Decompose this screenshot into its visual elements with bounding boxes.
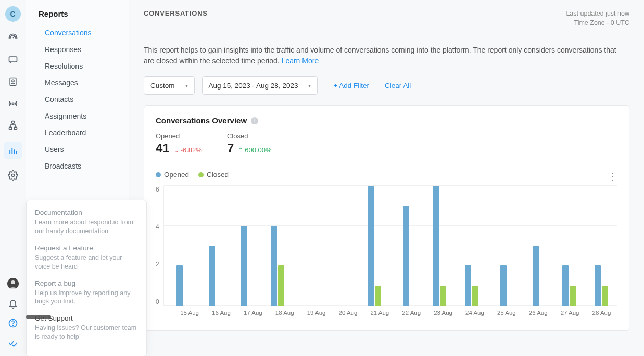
broadcast-icon[interactable]	[7, 98, 19, 109]
bar-opened	[176, 265, 183, 306]
bar-closed	[472, 286, 478, 306]
sidebar-item-responses[interactable]: Responses	[26, 41, 129, 58]
help-icon[interactable]	[7, 317, 19, 329]
help-item-request-a-feature[interactable]: Request a FeatureSuggest a feature and l…	[35, 244, 138, 271]
svg-rect-7	[14, 127, 17, 129]
conversations-chart: 6420 15 Aug16 Aug17 Aug18 Aug19 Aug20 Au…	[156, 186, 617, 321]
workspace-avatar[interactable]: C	[5, 6, 21, 22]
x-tick: 17 Aug	[237, 306, 269, 316]
help-item-desc: Having issues? Our customer team is read…	[35, 324, 138, 341]
svg-rect-1	[9, 57, 17, 62]
y-tick: 4	[156, 223, 159, 231]
bar-closed	[375, 286, 381, 306]
sidebar-item-messages[interactable]: Messages	[26, 74, 129, 91]
svg-point-4	[12, 103, 14, 104]
clear-all-button[interactable]: Clear All	[385, 82, 411, 90]
svg-line-0	[13, 36, 15, 38]
sidebar-title: Reports	[26, 9, 129, 24]
x-tick: 18 Aug	[269, 306, 300, 316]
bar-group[interactable]	[488, 186, 520, 306]
x-axis: 15 Aug16 Aug17 Aug18 Aug19 Aug20 Aug21 A…	[174, 306, 617, 316]
settings-icon[interactable]	[7, 170, 19, 181]
bar-group[interactable]	[423, 186, 456, 306]
metric-closed-value: 7	[227, 141, 234, 156]
bar-opened	[533, 246, 539, 306]
help-popup: DocumentationLearn more about respond.io…	[26, 200, 147, 356]
bar-opened	[595, 265, 601, 306]
bar-opened	[241, 226, 247, 306]
y-tick: 0	[156, 298, 159, 306]
x-tick: 28 Aug	[586, 306, 617, 316]
svg-point-14	[12, 325, 13, 326]
legend-closed[interactable]: Closed	[198, 171, 229, 179]
bar-group[interactable]	[261, 186, 293, 306]
last-updated: Last updated just now	[566, 9, 629, 19]
sidebar-item-assignments[interactable]: Assignments	[26, 108, 129, 124]
bar-group[interactable]	[196, 186, 229, 306]
help-item-get-support[interactable]: Get SupportHaving issues? Our customer t…	[35, 314, 138, 341]
bar-group[interactable]	[553, 186, 585, 306]
svg-point-3	[11, 80, 14, 82]
learn-more-link[interactable]: Learn More	[282, 57, 319, 65]
x-tick: 27 Aug	[554, 306, 586, 316]
date-range-select[interactable]: Aug 15, 2023 - Aug 28, 2023▾	[202, 76, 318, 95]
main-header: CONVERSATIONS Last updated just now Time…	[129, 0, 644, 35]
help-item-desc: Help us improve by reporting any bugs yo…	[35, 289, 138, 307]
legend-opened[interactable]: Opened	[156, 171, 189, 179]
sidebar-item-contacts[interactable]: Contacts	[26, 91, 129, 108]
date-preset-select[interactable]: Custom▾	[144, 76, 195, 95]
help-item-title: Report a bug	[35, 279, 138, 287]
nav-rail: C	[0, 0, 26, 356]
contacts-icon[interactable]	[7, 76, 19, 87]
reports-icon[interactable]	[4, 142, 22, 159]
bar-closed	[440, 286, 446, 306]
card-title: Conversations Overview	[156, 116, 247, 125]
messages-icon[interactable]	[7, 54, 19, 66]
y-tick: 6	[156, 186, 159, 193]
x-tick: 24 Aug	[459, 306, 491, 316]
page-title: CONVERSATIONS	[144, 9, 208, 17]
chart-menu-icon[interactable]: ⋮	[608, 171, 617, 182]
sidebar-item-users[interactable]: Users	[26, 141, 129, 158]
bar-group[interactable]	[164, 186, 196, 306]
bar-opened	[433, 186, 439, 306]
sidebar-item-broadcasts[interactable]: Broadcasts	[26, 158, 129, 174]
help-item-title: Request a Feature	[35, 244, 138, 252]
metric-closed: Closed 7 ⌃600.00%	[227, 132, 272, 156]
bar-group[interactable]	[585, 186, 617, 306]
x-tick: 15 Aug	[174, 306, 206, 316]
double-check-icon[interactable]	[7, 337, 19, 349]
sidebar-item-resolutions[interactable]: Resolutions	[26, 58, 129, 74]
bar-group[interactable]	[229, 186, 261, 306]
bar-closed	[278, 265, 284, 306]
bar-group[interactable]	[520, 186, 552, 306]
dashboard-icon[interactable]	[7, 32, 19, 44]
bar-group[interactable]	[294, 186, 326, 306]
help-item-title: Documentation	[35, 209, 138, 217]
notifications-icon[interactable]	[7, 298, 19, 309]
report-description: This report helps to gain insights into …	[144, 45, 623, 67]
bar-group[interactable]	[390, 186, 423, 306]
metric-opened-label: Opened	[156, 132, 202, 140]
bar-opened	[562, 265, 569, 306]
bar-group[interactable]	[326, 186, 358, 306]
reports-sidebar: Reports ConversationsResponsesResolution…	[26, 0, 129, 356]
x-tick: 20 Aug	[332, 306, 364, 316]
info-icon[interactable]: i	[251, 117, 258, 124]
help-item-documentation[interactable]: DocumentationLearn more about respond.io…	[35, 209, 138, 236]
chart-legend: Opened Closed ⋮	[156, 171, 617, 179]
help-item-report-a-bug[interactable]: Report a bugHelp us improve by reporting…	[35, 279, 138, 307]
bar-opened	[209, 246, 215, 306]
sidebar-item-conversations[interactable]: Conversations	[26, 24, 129, 41]
user-avatar[interactable]	[7, 278, 19, 289]
add-filter-button[interactable]: + Add Filter	[333, 82, 369, 90]
bar-group[interactable]	[456, 186, 488, 306]
svg-rect-5	[11, 121, 14, 123]
help-tooltip	[26, 315, 51, 319]
x-tick: 26 Aug	[522, 306, 554, 316]
y-axis: 6420	[156, 186, 163, 306]
x-tick: 21 Aug	[364, 306, 396, 316]
workflow-icon[interactable]	[7, 120, 19, 131]
bar-group[interactable]	[358, 186, 390, 306]
sidebar-item-leaderboard[interactable]: Leaderboard	[26, 124, 129, 141]
